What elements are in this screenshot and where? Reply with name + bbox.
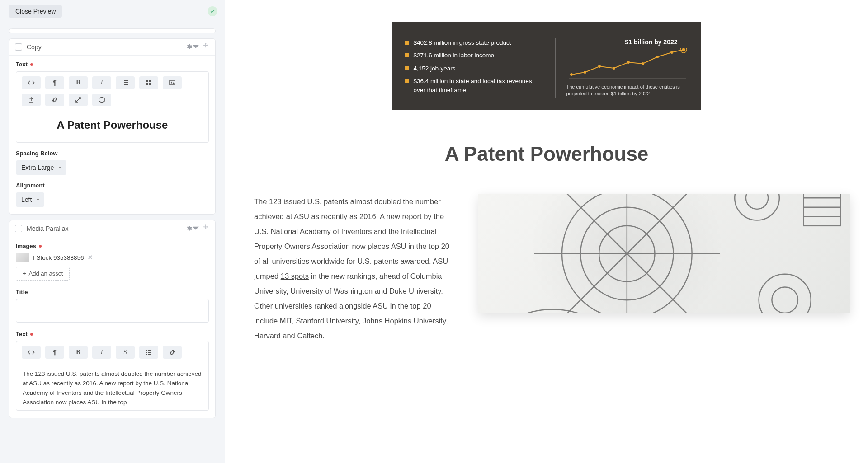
svg-rect-13 <box>146 350 147 351</box>
rich-text-editor: ¶ B I S The 123 issued U.S. patents almo… <box>16 341 209 411</box>
svg-rect-9 <box>149 83 151 85</box>
page-title: A Patent Powerhouse <box>225 143 868 165</box>
rte-bold-button[interactable]: B <box>69 346 88 359</box>
panel-copy: Copy Text ¶ <box>9 38 216 215</box>
gear-icon <box>186 44 192 50</box>
svg-rect-4 <box>123 84 123 85</box>
svg-point-39 <box>759 274 811 313</box>
svg-point-24 <box>627 61 630 64</box>
rte-expand-button[interactable] <box>69 94 88 106</box>
rte-image-button[interactable] <box>163 76 182 89</box>
rte-paragraph-button[interactable]: ¶ <box>45 76 64 89</box>
asset-remove-button[interactable] <box>88 253 93 262</box>
rte-content[interactable]: The 123 issued U.S. patents almost doubl… <box>16 363 208 410</box>
svg-rect-0 <box>123 80 123 81</box>
preview-pane[interactable]: $402.8 million in gross state product $2… <box>225 0 868 463</box>
inline-link[interactable]: 13 spots <box>281 272 309 280</box>
svg-rect-14 <box>148 350 151 351</box>
rte-table-button[interactable] <box>139 76 158 89</box>
article-section: The 123 issued U.S. patents almost doubl… <box>225 194 868 361</box>
rte-italic-button[interactable]: I <box>92 76 111 89</box>
panel-header: Copy <box>9 39 215 56</box>
panel-checkbox[interactable] <box>15 225 22 232</box>
svg-point-26 <box>656 56 659 58</box>
field-label-images: Images <box>16 243 209 249</box>
chevron-down-icon <box>193 44 199 50</box>
bullet-icon <box>405 66 409 70</box>
svg-point-27 <box>670 51 673 54</box>
panel-stub <box>9 28 216 33</box>
rte-embed-button[interactable] <box>92 94 111 106</box>
chevron-down-icon <box>193 225 199 232</box>
rte-list-button[interactable] <box>139 346 158 359</box>
svg-point-25 <box>642 62 644 65</box>
panel-settings-button[interactable] <box>186 43 199 51</box>
rte-code-button[interactable] <box>22 76 41 89</box>
chart-caption: The cumulative economic impact of these … <box>566 84 689 97</box>
svg-rect-3 <box>124 82 128 83</box>
rte-upload-button[interactable] <box>22 94 41 106</box>
close-preview-button[interactable]: Close Preview <box>9 5 62 18</box>
vertical-divider <box>555 38 556 98</box>
drag-handle[interactable] <box>202 224 210 233</box>
rte-bold-button[interactable]: B <box>69 76 88 89</box>
svg-rect-7 <box>149 80 151 82</box>
article-body: The 123 issued U.S. patents almost doubl… <box>254 194 453 343</box>
status-ok-icon <box>208 6 217 16</box>
drag-handle[interactable] <box>202 43 210 51</box>
infographic-banner: $402.8 million in gross state product $2… <box>392 22 701 110</box>
rte-link-button[interactable] <box>163 346 182 359</box>
panel-checkbox[interactable] <box>15 43 22 51</box>
title-input[interactable] <box>16 299 209 323</box>
field-label-text2: Text <box>16 331 209 337</box>
rte-paragraph-button[interactable]: ¶ <box>45 346 64 359</box>
svg-rect-18 <box>148 354 151 355</box>
svg-rect-8 <box>146 83 148 85</box>
rte-code-button[interactable] <box>22 346 41 359</box>
svg-rect-6 <box>146 80 148 82</box>
chart-annotation: $1 billion by 2022 <box>566 38 678 46</box>
spacing-below-select[interactable]: Extra Large <box>16 160 66 175</box>
field-label-alignment: Alignment <box>16 182 209 189</box>
svg-point-37 <box>735 194 779 220</box>
list-item: $271.6 million in labor income <box>405 51 544 60</box>
svg-point-22 <box>598 65 601 68</box>
rte-link-button[interactable] <box>45 94 64 106</box>
svg-point-38 <box>746 194 768 209</box>
svg-rect-16 <box>148 352 151 353</box>
required-indicator-icon <box>30 333 33 336</box>
asset-thumbnail[interactable] <box>16 253 29 262</box>
panel-settings-button[interactable] <box>186 224 199 233</box>
infographic-stat-list: $402.8 million in gross state product $2… <box>405 38 544 95</box>
bullet-icon <box>405 79 409 83</box>
alignment-select[interactable]: Left <box>16 192 44 207</box>
list-item: $402.8 million in gross state product <box>405 38 544 47</box>
panel-media-parallax: Media Parallax Images I Sto <box>9 220 216 418</box>
asset-name: I Stock 935388856 <box>33 254 84 261</box>
rte-toolbar: ¶ B I S <box>16 341 208 363</box>
article-image <box>478 194 850 313</box>
rte-list-button[interactable] <box>116 76 135 89</box>
editor-sidebar: Close Preview Copy <box>0 0 225 463</box>
rte-italic-button[interactable]: I <box>92 346 111 359</box>
svg-point-20 <box>570 73 573 76</box>
svg-rect-15 <box>146 352 147 353</box>
plus-icon: + <box>23 270 26 277</box>
svg-point-21 <box>584 71 586 74</box>
rte-strike-button[interactable]: S <box>116 346 135 359</box>
rte-content[interactable]: A Patent Powerhouse <box>16 111 208 142</box>
image-asset-row: I Stock 935388856 <box>16 253 209 262</box>
bullet-icon <box>405 53 409 57</box>
svg-point-40 <box>772 287 798 313</box>
svg-point-28 <box>682 48 685 51</box>
preview-topbar: Close Preview <box>0 0 225 23</box>
svg-rect-2 <box>123 82 123 83</box>
svg-rect-5 <box>124 84 128 85</box>
add-asset-button[interactable]: + Add an asset <box>16 267 70 281</box>
list-item: $36.4 million in state and local tax rev… <box>405 77 544 95</box>
field-label-text: Text <box>16 61 209 68</box>
rte-heading-text: A Patent Powerhouse <box>23 119 202 131</box>
svg-point-11 <box>171 82 172 83</box>
panel-title: Copy <box>27 43 186 51</box>
required-indicator-icon <box>39 245 42 248</box>
